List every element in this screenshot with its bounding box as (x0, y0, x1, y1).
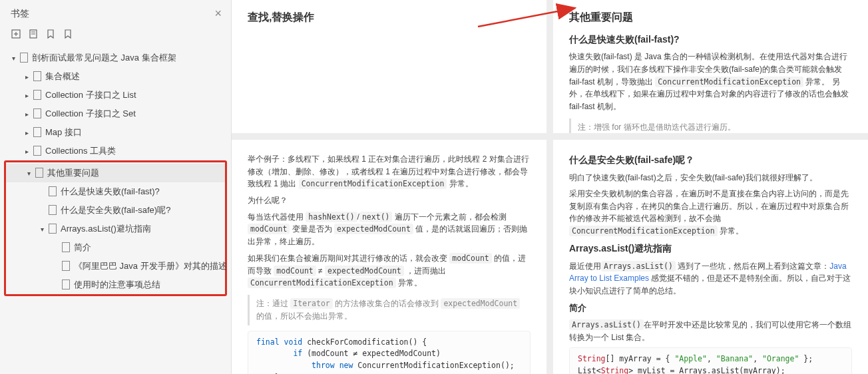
code-block: final void checkForComodification() { if… (248, 331, 531, 374)
tree-label: Collection 子接口之 List (45, 89, 136, 101)
chevron-right-icon: ▸ (23, 110, 31, 118)
tree-label: Collections 工具类 (45, 145, 116, 157)
paragraph: 每当迭代器使用 hashNext()/next() 遍历下一个元素之前，都会检测… (248, 211, 531, 248)
bookmark-icon (33, 146, 41, 156)
paragraph: 如果我们在集合被遍历期间对其进行修改的话，就会改变 modCount 的值，进而… (248, 252, 531, 289)
tree-item[interactable]: 简介 (6, 238, 225, 257)
code-inline: ConcurrentModificationException (299, 178, 447, 189)
bookmark-icon (33, 72, 41, 81)
pane-top-left: 查找,替换操作 (232, 0, 546, 133)
tree-item[interactable]: 使用时的注意事项总结 (6, 276, 225, 294)
bookmark-outline-icon[interactable] (63, 29, 73, 39)
bookmark-icon (49, 187, 57, 196)
chevron-right-icon: ▸ (23, 73, 31, 81)
paragraph: 采用安全失败机制的集合容器，在遍历时不是直接在集合内容上访问的，而是先复制原有集… (569, 188, 852, 238)
bookmarks-sidebar: 书签 × ▾ 剖析面试最常见问题之 Java 集合框架 ▸ 集合概述 ▸ (0, 0, 232, 374)
bookmark-icon (49, 206, 57, 215)
tree-item[interactable]: 《阿里巴巴 Java 开发手册》对其的描述 (6, 257, 225, 276)
code-inline: ConcurrentModificationException (655, 77, 803, 87)
tree-label: 简介 (74, 242, 91, 254)
main-content: 查找,替换操作 其他重要问题 什么是快速失败(fail-fast)? 快速失败(… (232, 0, 868, 374)
bookmark-icon (62, 243, 70, 252)
bookmark-icon (62, 262, 70, 271)
tree-label: 什么是安全失败(fail-safe)呢? (61, 204, 170, 216)
note-block: 注：增强 for 循环也是借助迭代器进行遍历。 (569, 118, 852, 133)
bookmark-icon (49, 224, 57, 234)
pane-top-right: 其他重要问题 什么是快速失败(fail-fast)? 快速失败(fail-fas… (553, 0, 868, 133)
tree-item[interactable]: ▸ Collection 子接口之 Set (0, 104, 231, 123)
highlighted-section: ▾ 其他重要问题 什么是快速失败(fail-fast)? 什么是安全失败(fai… (4, 160, 227, 296)
tree-label: 剖析面试最常见问题之 Java 集合框架 (32, 52, 176, 64)
tree-label: 什么是快速失败(fail-fast)? (61, 186, 160, 198)
bookmark-flag-icon[interactable] (45, 29, 56, 39)
tree-item[interactable]: ▸ Collection 子接口之 List (0, 86, 231, 104)
tree-label: 《阿里巴巴 Java 开发手册》对其的描述 (74, 260, 227, 272)
chevron-right-icon: ▸ (23, 147, 31, 155)
pane-bottom-left: 举个例子：多线程下，如果线程 1 正在对集合进行遍历，此时线程 2 对集合进行修… (232, 140, 546, 374)
sidebar-toolbar (0, 25, 231, 46)
sidebar-title: 书签 (11, 8, 29, 20)
bookmark-icon (33, 91, 41, 100)
subsection-heading: 什么是快速失败(fail-fast)? (569, 33, 852, 47)
chevron-right-icon: ▸ (23, 91, 31, 99)
paragraph: 举个例子：多线程下，如果线程 1 正在对集合进行遍历，此时线程 2 对集合进行修… (248, 153, 531, 190)
tree-item-active[interactable]: ▾ 其他重要问题 (6, 164, 225, 182)
section-heading: 其他重要问题 (569, 9, 852, 26)
tree-item[interactable]: ▸ 集合概述 (0, 67, 231, 86)
tree-item[interactable]: ▸ Map 接口 (0, 123, 231, 142)
paragraph: 为什么呢？ (248, 194, 531, 207)
subsubsection-heading: 简介 (569, 301, 852, 315)
bookmark-list-icon[interactable] (28, 29, 39, 39)
close-icon[interactable]: × (214, 7, 222, 21)
chevron-down-icon: ▾ (38, 225, 46, 233)
paragraph: 快速失败(fail-fast) 是 Java 集合的一种错误检测机制。在使用迭代… (569, 51, 852, 112)
subsection-heading: 什么是安全失败(fail-safe)呢？ (569, 153, 852, 168)
chevron-down-icon: ▾ (9, 54, 17, 62)
tree-label: Collection 子接口之 Set (45, 108, 136, 120)
tree-label: Map 接口 (45, 126, 82, 138)
tree-item[interactable]: ▸ Collections 工具类 (0, 142, 231, 160)
bookmark-tree: ▾ 剖析面试最常见问题之 Java 集合框架 ▸ 集合概述 ▸ Collecti… (0, 46, 231, 301)
bookmark-icon (20, 53, 28, 63)
add-bookmark-icon[interactable] (11, 29, 21, 39)
paragraph: 最近使用Arrays.asList() 遇到了一些坑，然后在网上看到这篇文章：J… (569, 260, 852, 297)
tree-root[interactable]: ▾ 剖析面试最常见问题之 Java 集合框架 (0, 49, 231, 67)
bookmark-icon (35, 168, 43, 178)
tree-item[interactable]: 什么是快速失败(fail-fast)? (6, 182, 225, 201)
subsection-heading: Arrays.asList()避坑指南 (569, 242, 852, 256)
chevron-down-icon: ▾ (25, 169, 33, 177)
bookmark-icon (62, 280, 70, 289)
tree-item[interactable]: 什么是安全失败(fail-safe)呢? (6, 201, 225, 220)
tree-label: 其他重要问题 (47, 167, 99, 179)
paragraph: Arrays.asList()在平时开发中还是比较常见的，我们可以使用它将一个数… (569, 319, 852, 343)
pane-bottom-right: 什么是安全失败(fail-safe)呢？ 明白了快速失败(fail-fast)之… (553, 140, 868, 374)
bookmark-icon (33, 109, 41, 118)
tree-label: 使用时的注意事项总结 (74, 279, 160, 291)
code-block: String[] myArray = { "Apple", "Banana", … (569, 347, 852, 374)
chevron-right-icon: ▸ (23, 128, 31, 136)
paragraph: 明白了快速失败(fail-fast)之后，安全失败(fail-safe)我们就很… (569, 172, 852, 184)
section-heading: 查找,替换操作 (248, 9, 531, 26)
note-block: 注：通过 Iterator 的方法修改集合的话会修改到 expectedModC… (248, 295, 531, 325)
tree-label: 集合概述 (45, 71, 80, 83)
bookmark-icon (33, 128, 41, 137)
tree-label: Arrays.asList()避坑指南 (61, 223, 151, 235)
tree-item[interactable]: ▾ Arrays.asList()避坑指南 (6, 220, 225, 238)
